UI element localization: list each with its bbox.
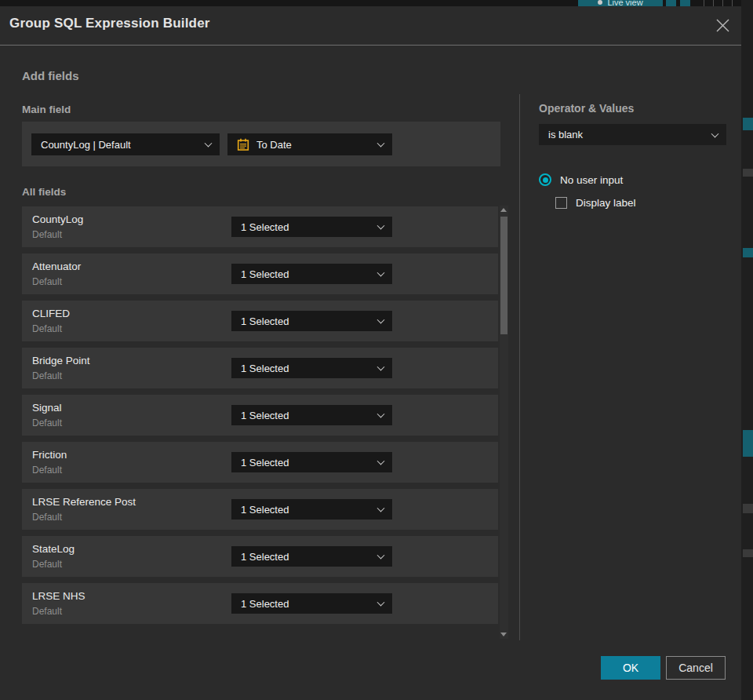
live-view-label: Live view <box>607 0 642 6</box>
scroll-down-arrow-icon[interactable] <box>500 633 507 636</box>
chevron-down-icon <box>205 140 213 148</box>
main-field-dropdown-value: CountyLog | Default <box>41 139 131 151</box>
field-row-selection-dropdown[interactable]: 1 Selected <box>231 593 392 614</box>
field-row: Friction Default 1 Selected <box>22 442 498 483</box>
field-row-selection-value: 1 Selected <box>241 598 289 610</box>
field-row: LRSE NHS Default 1 Selected <box>22 583 498 624</box>
operator-dropdown[interactable]: is blank <box>539 124 726 145</box>
ok-button[interactable]: OK <box>601 656 660 680</box>
panel-divider <box>519 94 520 640</box>
titlebar-divider <box>0 45 741 46</box>
field-row: Signal Default 1 Selected <box>22 395 498 436</box>
field-row-name: Friction <box>32 449 67 461</box>
field-row-name: StateLog <box>32 543 75 555</box>
close-icon <box>716 19 729 32</box>
chevron-down-icon <box>377 410 385 418</box>
field-row-name: Attenuator <box>32 261 81 272</box>
background-toolbar-button <box>680 0 690 6</box>
chevron-down-icon <box>377 505 385 512</box>
background-fragment <box>743 504 753 513</box>
chevron-down-icon <box>377 599 385 607</box>
add-fields-heading: Add fields <box>22 69 79 82</box>
field-row-selection-dropdown[interactable]: 1 Selected <box>231 499 392 520</box>
chevron-down-icon <box>377 222 385 230</box>
chevron-down-icon <box>377 458 385 465</box>
background-toolbar-button <box>722 0 733 6</box>
background-fragment <box>743 430 753 457</box>
field-row: StateLog Default 1 Selected <box>22 536 498 577</box>
field-row-selection-value: 1 Selected <box>241 363 289 374</box>
field-row-subtitle: Default <box>32 323 62 334</box>
no-user-input-radio-row[interactable]: No user input <box>539 173 623 186</box>
background-toolbar-button <box>666 0 676 6</box>
field-row-name: CLIFED <box>32 308 70 319</box>
field-row: LRSE Reference Post Default 1 Selected <box>22 489 498 530</box>
background-fragment <box>743 118 753 130</box>
field-row-selection-value: 1 Selected <box>241 315 289 327</box>
field-row-subtitle: Default <box>32 512 62 523</box>
field-row-subtitle: Default <box>32 370 62 381</box>
chevron-down-icon <box>377 269 385 277</box>
field-row-selection-dropdown[interactable]: 1 Selected <box>231 358 392 378</box>
scrollbar-thumb[interactable] <box>500 217 507 334</box>
chevron-down-icon <box>377 363 385 371</box>
radio-button-icon[interactable] <box>539 173 551 186</box>
field-row-name: CountyLog <box>32 213 83 225</box>
list-scrollbar[interactable] <box>500 206 508 639</box>
main-field-container: CountyLog | Default To Date <box>22 122 500 166</box>
background-fragment <box>743 169 753 177</box>
field-row-selection-dropdown[interactable]: 1 Selected <box>231 311 392 331</box>
field-row-name: LRSE NHS <box>32 590 85 602</box>
operator-values-heading: Operator & Values <box>539 102 634 115</box>
date-type-dropdown-value: To Date <box>256 139 292 151</box>
chevron-down-icon <box>377 316 385 324</box>
chevron-down-icon <box>711 129 719 137</box>
scroll-up-arrow-icon[interactable] <box>500 208 507 212</box>
field-row-selection-dropdown[interactable]: 1 Selected <box>231 264 392 284</box>
no-user-input-label: No user input <box>560 174 623 186</box>
chevron-down-icon <box>377 140 385 148</box>
field-row-selection-value: 1 Selected <box>241 504 289 516</box>
field-row-subtitle: Default <box>32 417 62 428</box>
field-row-selection-dropdown[interactable]: 1 Selected <box>231 405 392 425</box>
field-row: CountyLog Default 1 Selected <box>22 206 498 247</box>
field-row-subtitle: Default <box>32 465 62 476</box>
field-row-subtitle: Default <box>32 229 62 240</box>
date-type-dropdown[interactable]: To Date <box>227 133 392 155</box>
field-row-subtitle: Default <box>32 276 62 287</box>
field-row-name: LRSE Reference Post <box>32 496 136 508</box>
field-row: Bridge Point Default 1 Selected <box>22 348 498 388</box>
background-app-right-edge <box>741 0 753 700</box>
field-row-selection-dropdown[interactable]: 1 Selected <box>231 546 392 567</box>
all-fields-list: CountyLog Default 1 Selected Attenuator … <box>22 206 498 630</box>
field-row-name: Signal <box>32 402 62 414</box>
field-row-selection-value: 1 Selected <box>241 268 289 280</box>
field-row-name: Bridge Point <box>32 355 90 366</box>
all-fields-label: All fields <box>22 186 66 198</box>
main-field-dropdown[interactable]: CountyLog | Default <box>31 133 220 155</box>
field-row: Attenuator Default 1 Selected <box>22 253 498 294</box>
field-row-selection-value: 1 Selected <box>241 410 289 421</box>
checkbox-icon[interactable] <box>555 197 567 209</box>
chevron-down-icon <box>377 552 385 560</box>
field-row-subtitle: Default <box>32 559 62 570</box>
field-row-selection-value: 1 Selected <box>241 551 289 563</box>
main-field-label: Main field <box>22 104 71 115</box>
field-row-selection-dropdown[interactable]: 1 Selected <box>231 452 392 472</box>
field-row-selection-value: 1 Selected <box>241 221 289 233</box>
background-fragment <box>743 549 753 557</box>
live-view-button: Live view <box>578 0 663 6</box>
background-fragment <box>743 248 753 257</box>
close-button[interactable] <box>713 16 732 35</box>
field-row-subtitle: Default <box>32 606 62 617</box>
background-app-topbar: Live view <box>0 0 753 6</box>
cancel-button[interactable]: Cancel <box>666 656 726 680</box>
field-row-selection-value: 1 Selected <box>241 457 289 468</box>
display-label-checkbox-row[interactable]: Display label <box>555 197 636 209</box>
field-row: CLIFED Default 1 Selected <box>22 301 498 341</box>
field-row-selection-dropdown[interactable]: 1 Selected <box>231 217 392 237</box>
group-sql-expression-builder-dialog: Group SQL Expression Builder Add fields … <box>0 6 741 700</box>
calendar-icon <box>237 138 249 151</box>
background-toolbar-button <box>704 0 714 6</box>
dialog-title: Group SQL Expression Builder <box>9 16 210 31</box>
